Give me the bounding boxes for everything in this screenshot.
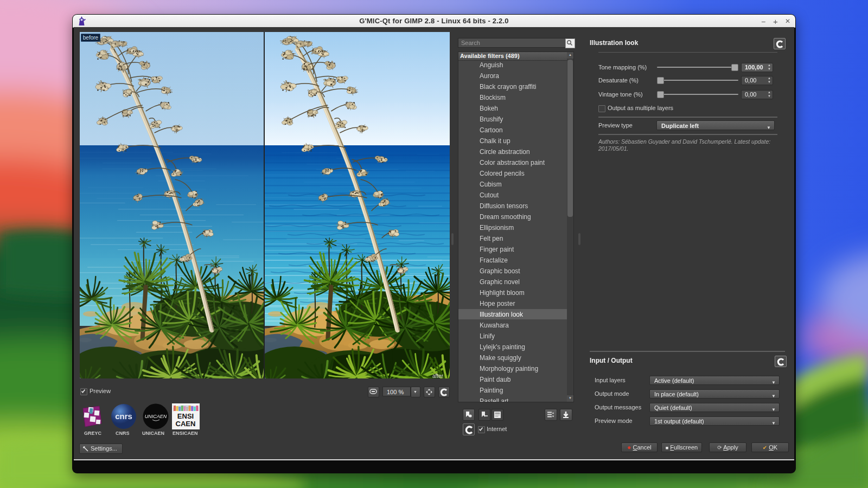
svg-text:CAEN: CAEN	[176, 420, 196, 428]
svg-text:UNICAEN: UNICAEN	[145, 414, 167, 419]
svg-text:cnrs: cnrs	[115, 412, 132, 421]
svg-text:ENSI: ENSI	[177, 412, 194, 420]
